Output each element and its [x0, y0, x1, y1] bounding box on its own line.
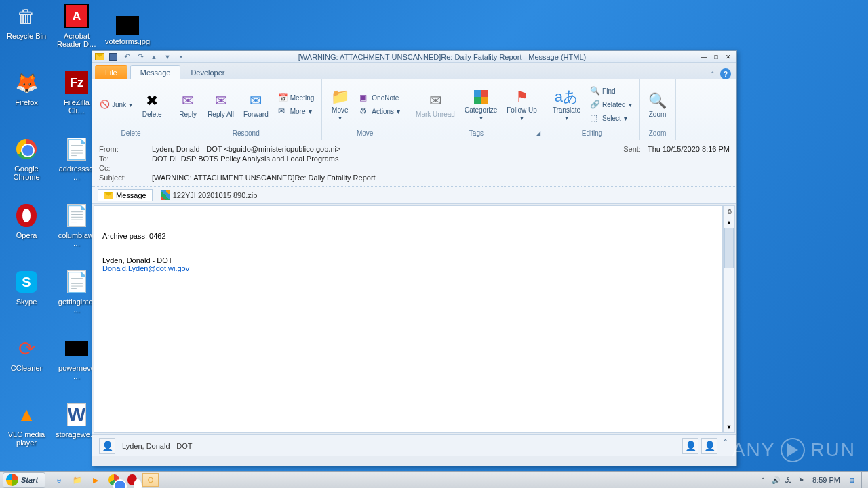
tray-network-icon[interactable]: 🖧: [783, 474, 794, 485]
tray-show-hidden-icon[interactable]: ⌃: [757, 474, 768, 485]
actions-icon: ⚙: [359, 106, 369, 116]
previous-icon[interactable]: ▲: [149, 52, 159, 62]
sent-label: Sent:: [623, 145, 641, 153]
people-pane-name: Lyden, Donald - DOT: [122, 442, 193, 450]
collapse-ribbon-icon[interactable]: ⌃: [708, 69, 717, 79]
move-button[interactable]: 📁Move▾: [326, 85, 353, 123]
people-pane-expand-icon[interactable]: ⌃: [720, 438, 730, 447]
ribbon-tabs: File Message Developer ⌃ ?: [92, 63, 736, 79]
zoom-button[interactable]: 🔍Zoom: [644, 89, 671, 120]
categorize-button[interactable]: Categorize▾: [461, 85, 500, 123]
next-icon[interactable]: ▼: [163, 52, 172, 62]
tray-clock[interactable]: 8:59 PM: [808, 476, 844, 484]
taskbar-media[interactable]: ▶: [87, 473, 104, 487]
desktop-icon-vlc[interactable]: VLC media player: [5, 401, 47, 447]
follow-up-button[interactable]: ⚑Follow Up▾: [503, 85, 540, 123]
tab-file[interactable]: File: [95, 65, 127, 79]
desktop-icon-voteforms[interactable]: voteforms.jpg: [105, 16, 149, 45]
desktop-icon-acrobat[interactable]: AAcrobat Reader D…: [56, 3, 98, 48]
subject-value: [WARNING: ATTACHMENT UNSCANNED]Re: Daily…: [152, 174, 730, 182]
start-button[interactable]: Start: [3, 472, 45, 488]
tags-dialog-launcher[interactable]: ◢: [536, 130, 543, 137]
redo-icon[interactable]: ↷: [136, 52, 145, 62]
actions-button[interactable]: ⚙Actions ▾: [356, 104, 403, 118]
reply-icon: ✉: [182, 92, 194, 110]
desktop-icon-opera[interactable]: Opera: [5, 202, 47, 239]
qat-customize-icon[interactable]: ▾: [176, 52, 186, 62]
avatar-thumb[interactable]: 👤: [682, 438, 698, 454]
more-icon: ✉: [278, 106, 288, 116]
avatar-thumb-2[interactable]: 👤: [701, 438, 717, 454]
reply-all-icon: ✉: [215, 92, 227, 110]
forward-icon: ✉: [250, 92, 262, 110]
message-body[interactable]: Archive pass: 0462 Lyden, Donald - DOT D…: [94, 205, 723, 433]
subject-label: Subject:: [99, 174, 152, 182]
taskbar-pinned: e 📁 ▶ O: [51, 473, 159, 487]
minimize-button[interactable]: —: [698, 52, 709, 62]
envelope-icon: ✉: [429, 92, 441, 110]
to-value: DOT DL DSP BOTS Policy Analysis and Loca…: [152, 155, 730, 163]
group-zoom: 🔍Zoom Zoom: [640, 79, 676, 140]
watermark: ANY RUN: [732, 438, 856, 462]
translate-icon: aあ: [555, 87, 578, 106]
close-button[interactable]: ✕: [723, 52, 734, 62]
desktop-icon-firefox[interactable]: Firefox: [5, 69, 47, 106]
tray-monitor-icon[interactable]: 🖥: [846, 474, 857, 485]
desktop-icon-ccleaner[interactable]: CCleaner: [5, 335, 47, 372]
zoom-icon: 🔍: [648, 92, 667, 110]
taskbar-outlook[interactable]: O: [142, 473, 159, 487]
attachment-file[interactable]: 122YJI 20201015 890.zip: [158, 189, 260, 201]
save-icon[interactable]: [108, 52, 118, 62]
tab-developer[interactable]: Developer: [180, 65, 235, 79]
from-label: From:: [99, 145, 152, 153]
titlebar[interactable]: ↶ ↷ ▲ ▼ ▾ [WARNING: ATTACHMENT UNSCANNED…: [92, 51, 736, 63]
zip-icon: [161, 190, 170, 200]
show-desktop-button[interactable]: [861, 472, 868, 488]
scroll-options-icon[interactable]: ⎙: [724, 206, 734, 217]
mark-unread-button[interactable]: ✉Mark Unread: [412, 89, 458, 120]
avatar: 👤: [99, 438, 115, 454]
translate-button[interactable]: aあTranslate▾: [549, 85, 584, 123]
find-icon: 🔍: [590, 86, 599, 96]
calendar-icon: 📅: [278, 93, 288, 102]
message-tab-button[interactable]: Message: [98, 189, 153, 201]
reply-button[interactable]: ✉Reply: [174, 89, 201, 120]
message-body-area: Archive pass: 0462 Lyden, Donald - DOT D…: [92, 204, 736, 434]
tray-flag-icon[interactable]: ⚑: [795, 474, 807, 485]
taskbar: Start e 📁 ▶ O ⌃ 🔊 🖧 ⚑ 8:59 PM 🖥: [0, 471, 868, 488]
desktop-icon-skype[interactable]: SSkype: [5, 268, 47, 306]
onenote-button[interactable]: ▣OneNote: [356, 91, 403, 104]
tab-message[interactable]: Message: [130, 65, 181, 79]
select-button[interactable]: ⬚Select ▾: [587, 111, 635, 125]
find-button[interactable]: 🔍Find: [587, 84, 635, 98]
scrollbar[interactable]: ⎙ ▲ ▼: [723, 205, 735, 433]
maximize-button[interactable]: □: [711, 52, 722, 62]
reply-all-button[interactable]: ✉Reply All: [204, 89, 237, 120]
scroll-thumb[interactable]: [724, 228, 734, 268]
junk-button[interactable]: 🚫Junk ▾: [96, 98, 136, 111]
desktop-icon-recycle-bin[interactable]: Recycle Bin: [5, 3, 47, 40]
help-icon[interactable]: ?: [720, 68, 731, 79]
undo-icon[interactable]: ↶: [122, 52, 132, 62]
taskbar-explorer[interactable]: 📁: [69, 473, 85, 487]
delete-button[interactable]: ✖Delete: [138, 89, 165, 120]
meeting-button[interactable]: 📅Meeting: [275, 91, 318, 104]
people-pane[interactable]: 👤 Lyden, Donald - DOT 👤 👤 ⌃: [92, 434, 736, 456]
desktop-icon-chrome[interactable]: Google Chrome: [5, 136, 47, 181]
app-icon: [95, 52, 104, 62]
tray-volume-icon[interactable]: 🔊: [770, 474, 781, 485]
from-value: Lyden, Donald - DOT <bguido@ministeriopu…: [152, 145, 623, 153]
related-icon: 🔗: [590, 100, 599, 109]
taskbar-ie[interactable]: e: [51, 473, 67, 487]
scroll-track[interactable]: [724, 228, 734, 422]
sent-value: Thu 10/15/2020 8:16 PM: [641, 145, 730, 153]
group-respond: ✉Reply ✉Reply All ✉Forward 📅Meeting ✉Mor…: [170, 79, 322, 140]
signature-email-link[interactable]: Donald.Lyden@dot.wi.gov: [102, 264, 189, 272]
scroll-down-icon[interactable]: ▼: [724, 422, 734, 432]
onenote-icon: ▣: [359, 93, 369, 102]
scroll-up-icon[interactable]: ▲: [724, 217, 734, 228]
taskbar-chrome[interactable]: [106, 473, 122, 487]
forward-button[interactable]: ✉Forward: [240, 89, 272, 120]
more-button[interactable]: ✉More ▾: [275, 104, 318, 118]
related-button[interactable]: 🔗Related ▾: [587, 98, 635, 111]
